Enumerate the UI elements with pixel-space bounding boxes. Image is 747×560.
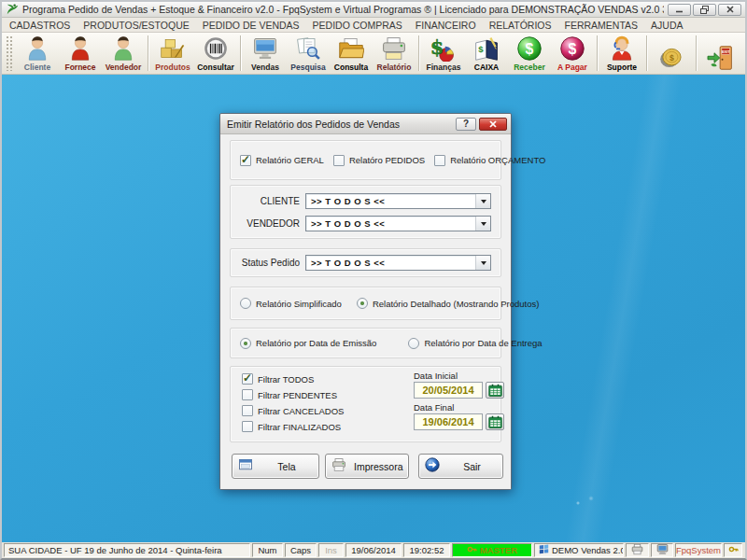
checkbox-relatorio-pedidos[interactable]: Relatóro PEDIDOS: [333, 155, 425, 166]
menu-bar: CADASTROS PRODUTOS/ESTOQUE PEDIDO DE VEN…: [2, 18, 745, 33]
toolbar-button-coin[interactable]: $: [650, 34, 693, 73]
toolbar-button-relatorio[interactable]: Relatório: [373, 34, 416, 73]
radio-relatorio-simplificado[interactable]: Relatório Simplificado: [240, 298, 342, 309]
checkbox-filtrar-pendentes[interactable]: Filtrar PENDENTES: [242, 389, 344, 400]
status-time: 19:02:52: [403, 543, 450, 557]
toolbar-button-produtos[interactable]: Produtos: [151, 34, 194, 73]
window-controls: [668, 4, 741, 16]
receive-money-icon: $: [516, 35, 543, 63]
toolbar-button-financas[interactable]: $ Finanças: [422, 34, 465, 73]
client-person-icon: [24, 35, 50, 63]
toolbar-button-suporte[interactable]: Suporte: [600, 34, 643, 73]
desktop-area: Emitir Relatório dos Pedidos de Vendas ?…: [2, 75, 745, 542]
svg-text:$: $: [430, 35, 444, 59]
cliente-label: CLIENTE: [234, 196, 300, 206]
menu-produtos-estoque[interactable]: PRODUTOS/ESTOQUE: [83, 20, 189, 31]
radio-circle: [357, 298, 368, 309]
menu-ajuda[interactable]: AJUDA: [651, 20, 683, 31]
checkbox-relatorio-geral[interactable]: Relatório GERAL: [240, 155, 324, 166]
key-icon: [728, 544, 739, 556]
radio-relatorio-detalhado[interactable]: Relatório Detalhado (Mostrando Produtos): [357, 298, 539, 309]
toolbar-button-caixa[interactable]: $ CAIXA: [465, 34, 508, 73]
toolbar-separator: [418, 35, 419, 71]
support-agent-icon: [609, 35, 635, 63]
dialog-close-button[interactable]: [479, 118, 507, 131]
menu-cadastros[interactable]: CADASTROS: [9, 20, 70, 31]
toolbar-button-exit[interactable]: EXIT: [699, 34, 742, 73]
checkbox-box: [434, 155, 445, 166]
key-icon: [467, 544, 477, 556]
menu-pedido-compras[interactable]: PEDIDO COMPRAS: [313, 20, 402, 31]
radio-data-emissao[interactable]: Relatório por Data de Emissão: [240, 338, 376, 349]
search-documents-icon: [295, 35, 321, 63]
boxes-icon: [160, 35, 186, 63]
toolbar-button-consultar[interactable]: Consultar: [194, 34, 237, 73]
minimize-button[interactable]: [668, 4, 691, 16]
calendar-icon[interactable]: [486, 413, 504, 430]
cash-book-icon: $: [473, 35, 500, 63]
menu-financeiro[interactable]: FINANCEIRO: [416, 20, 476, 31]
sair-button[interactable]: Sair: [418, 454, 503, 479]
dialog-body: Relatório GERAL Relatóro PEDIDOS Relatór…: [220, 134, 511, 489]
checkbox-box: [242, 389, 253, 400]
dollar-pie-chart-icon: $: [430, 35, 457, 63]
group-cliente-vendedor: CLIENTE >> T O D O S << VENDEDOR >> T O …: [230, 185, 501, 239]
vendedor-label: VENDEDOR: [234, 218, 300, 229]
menu-pedido-de-vendas[interactable]: PEDIDO DE VENDAS: [203, 20, 300, 31]
toolbar-label: Relatório: [377, 63, 412, 72]
close-button[interactable]: [718, 4, 741, 16]
radio-data-entrega[interactable]: Relatório por Data de Entrega: [408, 338, 542, 349]
computer-icon: [656, 543, 669, 557]
exit-door-icon: EXIT: [706, 44, 736, 72]
windows-flag-icon: [539, 544, 549, 556]
calendar-icon[interactable]: [486, 382, 504, 399]
menu-relatorios[interactable]: RELATÓRIOS: [489, 20, 552, 31]
menu-ferramentas[interactable]: FERRAMENTAS: [565, 20, 639, 31]
checkbox-filtrar-finalizados[interactable]: Filtrar FINALIZADOS: [242, 421, 344, 432]
impressora-button[interactable]: Impressora: [325, 454, 409, 479]
toolbar-button-vendas[interactable]: Vendas: [244, 34, 287, 73]
tela-button[interactable]: Tela: [232, 454, 319, 479]
toolbar-label: Consulta: [334, 63, 368, 72]
toolbar-separator: [646, 35, 647, 71]
toolbar-label: Produtos: [155, 63, 190, 72]
data-final-field[interactable]: 19/06/2014: [414, 413, 483, 430]
data-inicial-field[interactable]: 20/05/2014: [414, 382, 483, 399]
toolbar-label: Receber: [514, 63, 545, 72]
toolbar-button-fornecedor[interactable]: Fornece: [59, 34, 102, 73]
toolbar-separator: [148, 35, 148, 71]
status-printer[interactable]: [626, 543, 649, 557]
toolbar-button-vendedor[interactable]: Vendedor: [102, 34, 145, 73]
svg-text:$: $: [526, 41, 534, 57]
dialog-help-button[interactable]: ?: [456, 118, 476, 131]
dialog-title-bar: Emitir Relatório dos Pedidos de Vendas ?: [220, 114, 511, 134]
status-key: [724, 543, 742, 557]
checkbox-box: [240, 155, 251, 166]
data-final-label: Data Final: [414, 402, 504, 413]
status-pedido-select[interactable]: >> T O D O S <<: [305, 255, 491, 271]
status-computer[interactable]: [651, 543, 673, 557]
pay-money-icon: $: [559, 35, 585, 63]
svg-text:$: $: [669, 53, 674, 63]
vendedor-select[interactable]: >> T O D O S <<: [305, 216, 491, 231]
cliente-select[interactable]: >> T O D O S <<: [305, 193, 491, 209]
checkbox-filtrar-todos[interactable]: Filtrar TODOS: [242, 373, 344, 385]
restore-button[interactable]: [693, 4, 716, 16]
toolbar-button-pesquisa[interactable]: Pesquisa: [287, 34, 330, 73]
checkbox-filtrar-cancelados[interactable]: Filtrar CANCELADOS: [242, 405, 344, 416]
app-window: Programa Pedido de Vendas + Estoque & Fi…: [0, 0, 747, 560]
status-date: 19/06/2014: [345, 543, 402, 557]
seller-person-icon: [110, 35, 136, 63]
status-user: MASTER: [452, 543, 532, 557]
toolbar-button-cliente[interactable]: Cliente: [16, 34, 59, 73]
title-bar: Programa Pedido de Vendas + Estoque & Fi…: [2, 2, 745, 18]
toolbar-button-a-pagar[interactable]: $ A Pagar: [551, 34, 594, 73]
toolbar-label: Fornece: [64, 63, 95, 72]
toolbar-button-receber[interactable]: $ Receber: [508, 34, 551, 73]
group-detail-mode: Relatório Simplificado Relatório Detalha…: [230, 287, 501, 320]
checkbox-relatorio-orcamento[interactable]: Relatório ORÇAMENTO: [434, 155, 545, 166]
toolbar-button-consulta[interactable]: Consulta: [330, 34, 373, 73]
svg-text:EXIT: EXIT: [722, 49, 730, 54]
chevron-down-icon: [475, 217, 490, 231]
checkbox-box: [242, 405, 253, 416]
